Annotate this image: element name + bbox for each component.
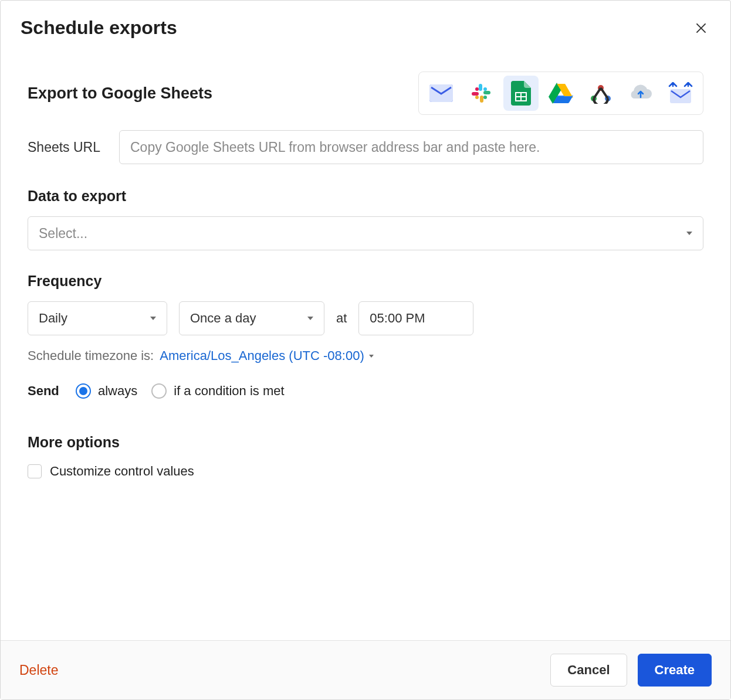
svg-rect-8 bbox=[483, 96, 487, 99]
cancel-button[interactable]: Cancel bbox=[550, 654, 627, 687]
chevron-down-icon bbox=[369, 355, 374, 358]
data-select-placeholder: Select... bbox=[39, 226, 87, 242]
chevron-down-icon bbox=[686, 232, 692, 235]
data-to-export-select[interactable]: Select... bbox=[28, 216, 703, 250]
destination-email[interactable] bbox=[424, 76, 459, 111]
svg-rect-7 bbox=[483, 91, 490, 94]
data-to-export-heading: Data to export bbox=[28, 188, 703, 205]
customize-control-label: Customize control values bbox=[50, 464, 194, 479]
customize-control-checkbox[interactable] bbox=[28, 464, 42, 478]
cloud-upload-icon bbox=[628, 84, 653, 102]
sheets-url-label: Sheets URL bbox=[28, 140, 104, 155]
frequency-repeat-value: Once a day bbox=[190, 311, 256, 326]
timezone-value: America/Los_Angeles (UTC -08:00) bbox=[160, 348, 364, 363]
radio-icon bbox=[76, 383, 91, 399]
slack-icon bbox=[471, 83, 492, 104]
frequency-heading: Frequency bbox=[28, 273, 703, 290]
create-button[interactable]: Create bbox=[638, 654, 712, 687]
destination-cloud-upload[interactable] bbox=[623, 76, 658, 111]
sheets-url-input[interactable] bbox=[119, 130, 703, 164]
send-always-label: always bbox=[98, 383, 137, 399]
svg-rect-6 bbox=[483, 87, 487, 91]
frequency-row: Daily Once a day at 05:00 PM bbox=[28, 301, 703, 335]
sheets-url-row: Sheets URL bbox=[28, 130, 703, 164]
timezone-select[interactable]: America/Los_Angeles (UTC -08:00) bbox=[160, 348, 373, 363]
export-section-row: Export to Google Sheets bbox=[28, 72, 703, 115]
svg-rect-5 bbox=[479, 84, 482, 91]
mail-transfer-icon bbox=[668, 82, 693, 104]
close-button[interactable] bbox=[692, 19, 710, 38]
destination-google-drive[interactable] bbox=[543, 76, 578, 111]
modal-header: Schedule exports bbox=[1, 1, 730, 39]
destination-mail-transfer[interactable] bbox=[663, 76, 698, 111]
svg-rect-11 bbox=[472, 92, 479, 96]
chevron-down-icon bbox=[307, 317, 313, 320]
svg-rect-9 bbox=[480, 96, 483, 103]
destination-webhook[interactable] bbox=[583, 76, 618, 111]
frequency-at-label: at bbox=[336, 311, 347, 326]
frequency-repeat-select[interactable]: Once a day bbox=[179, 301, 324, 335]
more-options-heading: More options bbox=[28, 434, 703, 451]
svg-rect-19 bbox=[670, 89, 691, 103]
export-title: Export to Google Sheets bbox=[28, 84, 212, 103]
modal-body: Export to Google Sheets bbox=[1, 39, 730, 640]
timezone-label: Schedule timezone is: bbox=[28, 348, 154, 363]
email-icon bbox=[429, 84, 453, 102]
frequency-interval-select[interactable]: Daily bbox=[28, 301, 167, 335]
schedule-exports-modal: Schedule exports Export to Google Sheets bbox=[0, 0, 731, 700]
customize-control-row: Customize control values bbox=[28, 464, 703, 479]
chevron-down-icon bbox=[150, 317, 156, 320]
destination-google-sheets[interactable] bbox=[503, 76, 539, 111]
google-drive-icon bbox=[549, 83, 573, 104]
timezone-row: Schedule timezone is: America/Los_Angele… bbox=[28, 348, 703, 363]
send-always-radio[interactable]: always bbox=[76, 383, 137, 399]
modal-title: Schedule exports bbox=[21, 17, 177, 39]
send-label: Send bbox=[28, 383, 62, 399]
destination-group bbox=[418, 72, 703, 115]
webhook-icon bbox=[589, 83, 612, 104]
delete-button[interactable]: Delete bbox=[19, 657, 58, 684]
close-icon bbox=[693, 21, 709, 36]
frequency-time-value: 05:00 PM bbox=[370, 311, 425, 326]
svg-rect-12 bbox=[475, 87, 479, 91]
send-row: Send always if a condition is met bbox=[28, 383, 703, 399]
google-sheets-icon bbox=[511, 81, 531, 106]
frequency-time-input[interactable]: 05:00 PM bbox=[358, 301, 473, 335]
radio-icon bbox=[151, 383, 167, 399]
modal-footer: Delete Cancel Create bbox=[1, 640, 730, 699]
destination-slack[interactable] bbox=[463, 76, 499, 111]
footer-actions: Cancel Create bbox=[550, 654, 712, 687]
frequency-interval-value: Daily bbox=[39, 311, 67, 326]
send-condition-label: if a condition is met bbox=[174, 383, 284, 399]
send-condition-radio[interactable]: if a condition is met bbox=[151, 383, 284, 399]
svg-rect-10 bbox=[475, 96, 479, 99]
